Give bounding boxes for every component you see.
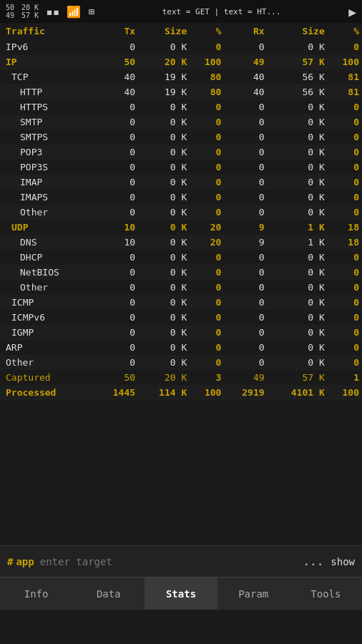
table-row: IP5020 K1004957 K100 (0, 54, 362, 69)
table-row: DHCP00 K000 K0 (0, 250, 362, 265)
table-row: ICMPv600 K000 K0 (0, 310, 362, 325)
table-header-row: Traffic Tx Size % Rx Size % (0, 23, 362, 39)
table-row: IMAP00 K000 K0 (0, 175, 362, 190)
table-row: IPv600 K000 K0 (0, 39, 362, 54)
table-row: Other00 K000 K0 (0, 355, 362, 370)
grid-icon: ⊞ (88, 6, 94, 17)
nav-tools[interactable]: Tools (290, 577, 362, 610)
col-rx-size: Size (268, 23, 328, 39)
wifi-icon: 📶 (67, 5, 81, 19)
play-button[interactable]: ▶ (348, 4, 356, 19)
table-row: IGMP00 K000 K0 (0, 325, 362, 340)
nav-stats[interactable]: Stats (145, 577, 217, 610)
col-rx-pct: % (328, 23, 362, 39)
table-row: SMTPS00 K000 K0 (0, 130, 362, 145)
table-row: Other00 K000 K0 (0, 205, 362, 220)
col-tx-size: Size (138, 23, 190, 39)
command-dots[interactable]: ... (303, 555, 323, 568)
table-row: NetBIOS00 K000 K0 (0, 265, 362, 280)
nav-info[interactable]: Info (0, 577, 72, 610)
traffic-table: Traffic Tx Size % Rx Size % IPv600 K000 … (0, 23, 362, 400)
signal-bars-icon: ▪▪ (46, 5, 59, 19)
nav-data[interactable]: Data (72, 577, 145, 610)
nav-param[interactable]: Param (217, 577, 290, 610)
table-row: Processed1445114 K10029194101 K100 (0, 385, 362, 400)
command-hash: # (7, 556, 13, 567)
data-stats: 20 K 57 K (21, 4, 39, 19)
table-row: UDP100 K2091 K18 (0, 220, 362, 235)
filter-text: text = GET | text = HT... (162, 7, 281, 16)
table-row: POP300 K000 K0 (0, 145, 362, 160)
bottom-nav: Info Data Stats Param Tools (0, 577, 362, 610)
col-traffic: Traffic (0, 23, 95, 39)
command-bar[interactable]: # app enter target ... show (0, 545, 362, 577)
table-row: SMTP00 K000 K0 (0, 114, 362, 130)
table-row: ICMP00 K000 K0 (0, 295, 362, 310)
table-row: DNS100 K2091 K18 (0, 235, 362, 250)
table-row: TCP4019 K804056 K81 (0, 69, 362, 84)
col-tx-pct: % (190, 23, 224, 39)
signal-stats: 50 49 (6, 4, 14, 19)
table-row: HTTPS00 K000 K0 (0, 99, 362, 114)
command-show[interactable]: show (331, 556, 355, 567)
command-target[interactable]: enter target (40, 556, 303, 567)
table-row: Other00 K000 K0 (0, 280, 362, 295)
col-tx: Tx (95, 23, 138, 39)
table-row: POP3S00 K000 K0 (0, 160, 362, 175)
table-row: ARP00 K000 K0 (0, 340, 362, 355)
col-rx: Rx (224, 23, 267, 39)
traffic-table-container: Traffic Tx Size % Rx Size % IPv600 K000 … (0, 23, 362, 545)
status-bar: 50 49 20 K 57 K ▪▪ 📶 ⊞ text = GET | text… (0, 0, 362, 23)
table-row: IMAPS00 K000 K0 (0, 190, 362, 205)
table-row: Captured5020 K34957 K1 (0, 370, 362, 385)
table-row: HTTP4019 K804056 K81 (0, 84, 362, 99)
command-app: app (16, 556, 34, 567)
